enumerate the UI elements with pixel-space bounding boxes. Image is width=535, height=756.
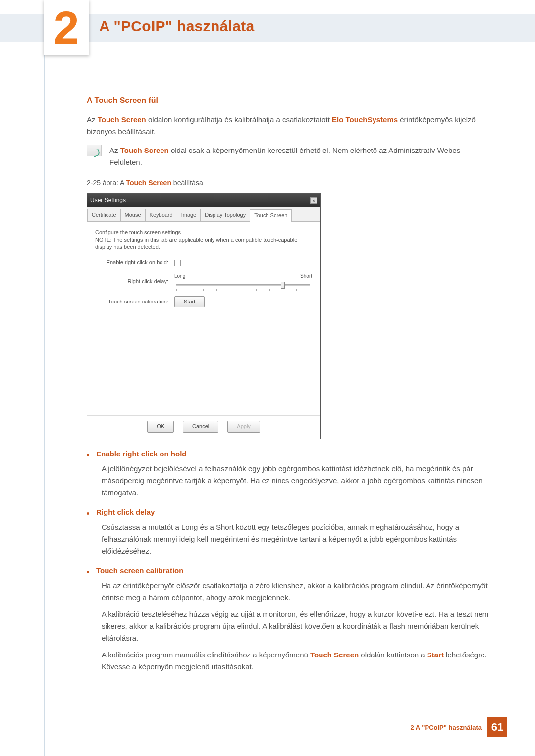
section-intro: Az Touch Screen oldalon konfigurálhatja … xyxy=(87,114,493,138)
page-content: A Touch Screen fül Az Touch Screen oldal… xyxy=(87,94,493,678)
bullet-2-head: Right click delay xyxy=(87,506,493,518)
bullet-3-text-1: Ha az érintőképernyőt először csatlakozt… xyxy=(102,580,493,604)
dialog-intro: Configure the touch screen settings NOTE… xyxy=(95,229,312,251)
bullet-dot-icon xyxy=(87,571,89,573)
bullet-dot-icon xyxy=(87,454,89,456)
slider-thumb[interactable] xyxy=(281,282,285,289)
text: oldalán kattintson a xyxy=(359,651,427,659)
footer-chapter-text: 2 A "PCoIP" használata xyxy=(410,724,482,731)
bullet-3-text-2: A kalibráció teszteléséhez húzza végig a… xyxy=(102,608,493,644)
text: A kalibrációs program manuális elindítás… xyxy=(102,651,310,659)
text: Az xyxy=(87,115,98,124)
dialog-title-text: User Settings xyxy=(90,196,126,205)
right-click-delay-slider-wrap: Long Short xyxy=(174,272,312,291)
chapter-title: A "PCoIP" használata xyxy=(99,18,254,35)
bullet-1-head: Enable right click on hold xyxy=(87,448,493,460)
row-enable-right-click: Enable right click on hold: xyxy=(95,258,312,267)
start-button[interactable]: Start xyxy=(174,296,205,308)
dialog-button-row: OK Cancel Apply xyxy=(87,415,320,439)
dialog-intro-line2: NOTE: The settings in this tab are appli… xyxy=(95,236,312,251)
bullet-3-text-3: A kalibrációs program manuális elindítás… xyxy=(102,649,493,673)
chapter-number-box: 2 xyxy=(44,0,89,55)
close-icon[interactable]: × xyxy=(310,197,317,204)
text: Az xyxy=(109,146,120,154)
bullet-dot-icon xyxy=(87,512,89,515)
tab-image[interactable]: Image xyxy=(177,209,201,221)
bullet-2-title: Right click delay xyxy=(96,506,155,518)
bullet-3-head: Touch screen calibration xyxy=(87,565,493,577)
chapter-number: 2 xyxy=(54,5,79,50)
figure-caption: 2-25 ábra: A Touch Screen beállítása xyxy=(87,177,493,188)
bullet-1-title: Enable right click on hold xyxy=(96,448,187,460)
dialog-body: Configure the touch screen settings NOTE… xyxy=(87,222,320,416)
text: oldalon konfigurálhatja és kalibrálhatja… xyxy=(146,115,332,124)
right-click-delay-slider[interactable] xyxy=(176,280,310,291)
tab-mouse[interactable]: Mouse xyxy=(120,209,146,221)
touch-screen-term: Touch Screen xyxy=(120,146,169,154)
info-note: Az Touch Screen oldal csak a képernyőmen… xyxy=(87,145,493,168)
tab-keyboard[interactable]: Keyboard xyxy=(145,209,177,221)
bullet-1-text: A jelölőnégyzet bejelölésével a felhaszn… xyxy=(102,463,493,499)
page-footer: 2 A "PCoIP" használata 61 xyxy=(0,717,507,737)
dialog-intro-line1: Configure the touch screen settings xyxy=(95,229,312,236)
slider-short-label: Short xyxy=(300,272,312,280)
dialog-tabs: Certificate Mouse Keyboard Image Display… xyxy=(87,207,320,222)
tab-certificate[interactable]: Certificate xyxy=(87,209,121,221)
slider-long-label: Long xyxy=(174,272,185,280)
bullet-2-text: Csúsztassa a mutatót a Long és a Short k… xyxy=(102,521,493,557)
left-margin-rule xyxy=(44,0,45,756)
start-term: Start xyxy=(427,651,444,659)
right-click-delay-label: Right click delay: xyxy=(95,277,174,286)
tab-display-topology[interactable]: Display Topology xyxy=(200,209,250,221)
row-touch-calibration: Touch screen calibration: Start xyxy=(95,296,312,308)
enable-right-click-label: Enable right click on hold: xyxy=(95,258,174,267)
dialog-titlebar: User Settings × xyxy=(87,194,320,207)
touch-calibration-label: Touch screen calibration: xyxy=(95,298,174,306)
elo-touchsystems-term: Elo TouchSystems xyxy=(332,115,398,124)
apply-button[interactable]: Apply xyxy=(227,421,260,433)
touch-screen-term: Touch Screen xyxy=(310,651,359,659)
bullet-3-title: Touch screen calibration xyxy=(96,565,183,577)
user-settings-dialog: User Settings × Certificate Mouse Keyboa… xyxy=(87,193,321,439)
row-right-click-delay: Right click delay: Long Short xyxy=(95,272,312,291)
note-text: Az Touch Screen oldal csak a képernyőmen… xyxy=(109,145,493,168)
text: 2-25 ábra: A xyxy=(87,179,126,187)
slider-track xyxy=(176,284,310,286)
bullet-list: Enable right click on hold A jelölőnégyz… xyxy=(87,448,493,673)
cancel-button[interactable]: Cancel xyxy=(183,421,218,433)
touch-screen-term: Touch Screen xyxy=(98,115,146,124)
ok-button[interactable]: OK xyxy=(147,421,174,433)
section-heading: A Touch Screen fül xyxy=(87,94,493,107)
note-icon xyxy=(87,145,102,156)
text: beállítása xyxy=(171,179,203,187)
touch-screen-term: Touch Screen xyxy=(126,179,171,187)
page-number: 61 xyxy=(487,717,507,737)
enable-right-click-checkbox[interactable] xyxy=(174,260,181,266)
slider-ticks xyxy=(176,289,310,291)
tab-touch-screen[interactable]: Touch Screen xyxy=(250,209,292,222)
